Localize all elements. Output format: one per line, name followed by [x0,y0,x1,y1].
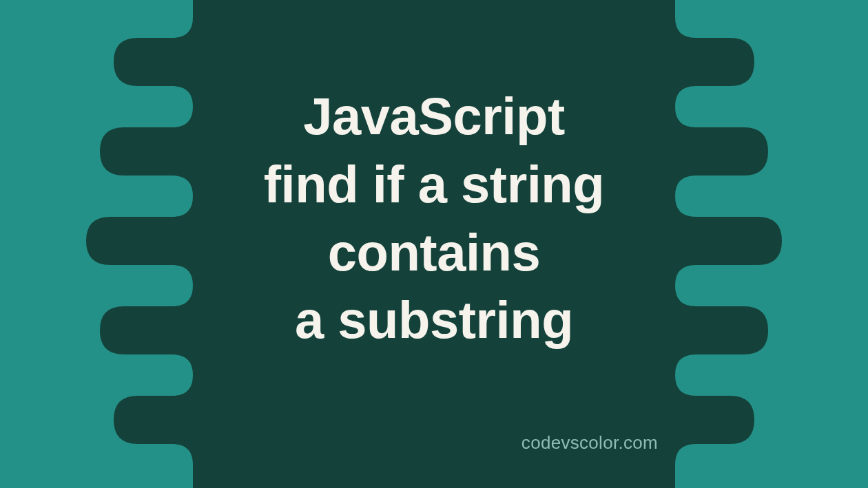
title-line-2: find if a string [264,155,604,213]
watermark-text: codevscolor.com [521,432,658,454]
title-line-3: contains [328,223,541,282]
content-wrapper: JavaScript find if a string contains a s… [0,0,868,488]
title-line-4: a substring [295,290,573,349]
title-line-1: JavaScript [303,87,564,145]
banner-container: JavaScript find if a string contains a s… [0,0,868,488]
main-title: JavaScript find if a string contains a s… [193,83,675,354]
